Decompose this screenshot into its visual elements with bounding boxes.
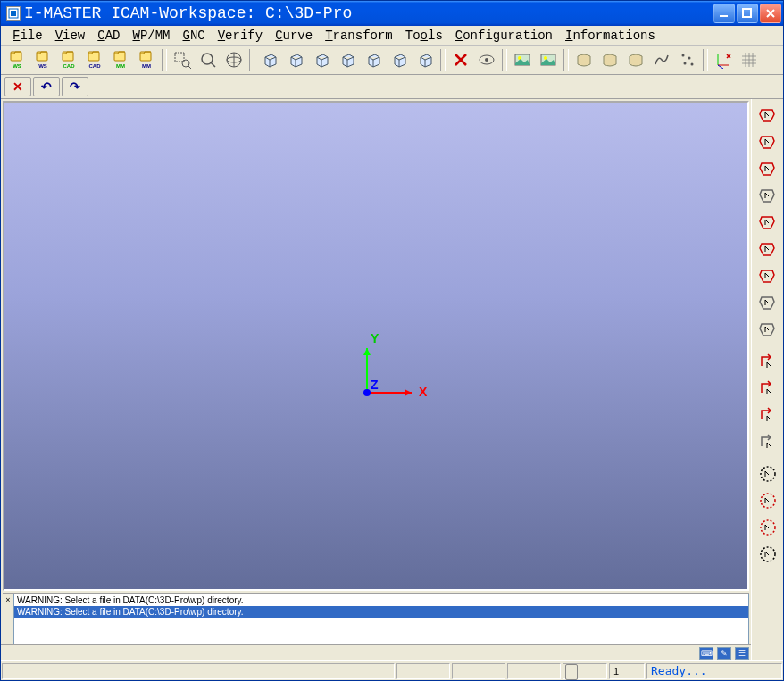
- arrow-tool-4-icon[interactable]: [755, 429, 780, 454]
- 3d-viewport[interactable]: X Y Z: [3, 101, 749, 591]
- status-message: [2, 663, 395, 679]
- menu-verify[interactable]: Verify: [212, 27, 269, 45]
- svg-point-33: [691, 63, 694, 66]
- status-slider[interactable]: [563, 663, 607, 679]
- main-area: X Y Z × WARNING: Select a file in DATA(C…: [1, 99, 783, 660]
- right-toolbar: [751, 99, 783, 660]
- open-cad-icon[interactable]: CAD: [56, 47, 81, 72]
- view-iso2-icon[interactable]: [283, 47, 308, 72]
- close-button[interactable]: [760, 4, 781, 23]
- menu-informations[interactable]: Informations: [559, 27, 662, 45]
- view-side-icon[interactable]: [387, 47, 412, 72]
- open-ws-icon[interactable]: WS: [4, 47, 29, 72]
- app-icon: [6, 6, 21, 21]
- svg-point-17: [182, 60, 189, 67]
- arrow-tool-1-icon[interactable]: [755, 349, 780, 374]
- arrow-tool-2-icon[interactable]: [755, 376, 780, 401]
- menu-gnc[interactable]: GNC: [176, 27, 211, 45]
- config-indicator-icon[interactable]: ☰: [735, 647, 749, 660]
- save-ws-icon[interactable]: WS: [30, 47, 55, 72]
- grid-icon[interactable]: [737, 47, 762, 72]
- curve-icon[interactable]: [649, 47, 674, 72]
- maximize-button[interactable]: [737, 4, 758, 23]
- select-tool-5-icon[interactable]: [755, 210, 780, 235]
- statusbar: Ready...: [1, 660, 783, 680]
- open-mm-icon[interactable]: MM: [108, 47, 133, 72]
- cancel-x-icon[interactable]: ✕: [4, 77, 31, 96]
- pen-indicator-icon[interactable]: ✎: [717, 647, 731, 660]
- svg-rect-1: [11, 11, 16, 16]
- save-cad-icon[interactable]: CAD: [82, 47, 107, 72]
- svg-line-20: [211, 62, 215, 67]
- menu-curve[interactable]: Curve: [269, 27, 319, 45]
- surface3-icon[interactable]: [623, 47, 648, 72]
- points-icon[interactable]: [675, 47, 700, 72]
- keyboard-indicator-icon[interactable]: ⌨: [699, 647, 713, 660]
- output-log[interactable]: WARNING: Select a file in DATA(C:\3D-Pro…: [13, 594, 749, 644]
- window-buttons: [713, 4, 781, 23]
- axis-toggle-icon[interactable]: [711, 47, 736, 72]
- image1-icon[interactable]: [510, 47, 535, 72]
- select-tool-2-icon[interactable]: [755, 129, 780, 154]
- view-top-icon[interactable]: [413, 47, 438, 72]
- eye-icon[interactable]: [474, 47, 499, 72]
- menu-view[interactable]: View: [49, 27, 92, 45]
- view-front-icon[interactable]: [361, 47, 386, 72]
- redo-icon[interactable]: ↷: [62, 77, 88, 96]
- svg-marker-38: [405, 389, 412, 396]
- output-line[interactable]: WARNING: Select a file in DATA(C:\3D-Pro…: [14, 606, 748, 618]
- menu-configuration[interactable]: Configuration: [449, 27, 559, 45]
- svg-text:CAD: CAD: [63, 63, 76, 69]
- svg-point-29: [544, 56, 547, 60]
- circle-dots-4-icon[interactable]: [755, 542, 780, 567]
- circle-dots-3-icon[interactable]: [755, 515, 780, 540]
- select-tool-4-icon[interactable]: [755, 183, 780, 208]
- axis-gizmo: X Y Z: [322, 321, 430, 428]
- status-value-input[interactable]: [613, 666, 640, 677]
- zoom-window-icon[interactable]: [170, 47, 195, 72]
- menu-transform[interactable]: Transform: [319, 27, 399, 45]
- status-ready: Ready...: [646, 663, 782, 679]
- surface2-icon[interactable]: [597, 47, 622, 72]
- circle-dots-2-icon[interactable]: [755, 488, 780, 513]
- select-tool-6-icon[interactable]: [755, 237, 780, 262]
- svg-text:Z: Z: [371, 378, 379, 392]
- svg-text:CAD: CAD: [89, 63, 102, 69]
- output-panel: × WARNING: Select a file in DATA(C:\3D-P…: [3, 593, 749, 644]
- select-tool-3-icon[interactable]: [755, 156, 780, 181]
- svg-line-36: [718, 65, 723, 69]
- zoom-icon[interactable]: [196, 47, 221, 72]
- svg-text:X: X: [419, 385, 428, 399]
- output-line[interactable]: WARNING: Select a file in DATA(C:\3D-Pro…: [14, 594, 748, 606]
- undo-icon[interactable]: ↶: [33, 77, 60, 96]
- svg-text:MM: MM: [116, 63, 125, 69]
- status-cell-4: [507, 663, 561, 679]
- save-mm-icon[interactable]: MM: [134, 47, 159, 72]
- menubar: FileViewCADWP/MMGNCVerifyCurveTransformT…: [1, 26, 783, 46]
- svg-line-18: [188, 66, 191, 69]
- output-close-button[interactable]: ×: [3, 594, 13, 644]
- menu-tools[interactable]: Tools: [399, 27, 449, 45]
- image2-icon[interactable]: [536, 47, 561, 72]
- surface1-icon[interactable]: [571, 47, 596, 72]
- svg-marker-41: [363, 348, 371, 355]
- view-iso4-icon[interactable]: [335, 47, 360, 72]
- edit-toolbar: ✕↶↷: [1, 75, 783, 99]
- circle-dots-1-icon[interactable]: [755, 461, 780, 486]
- menu-cad[interactable]: CAD: [91, 27, 126, 45]
- arrow-tool-3-icon[interactable]: [755, 403, 780, 428]
- svg-rect-3: [743, 9, 751, 17]
- menu-file[interactable]: File: [6, 27, 49, 45]
- svg-point-27: [518, 56, 521, 60]
- view-iso1-icon[interactable]: [257, 47, 282, 72]
- zoom-globe-icon[interactable]: [221, 47, 246, 72]
- titlebar[interactable]: I-MASTER ICAM-Workspace: C:\3D-Pro: [1, 1, 783, 26]
- select-tool-1-icon[interactable]: [755, 103, 780, 128]
- menu-wp-mm[interactable]: WP/MM: [126, 27, 176, 45]
- delete-x-icon[interactable]: [448, 47, 473, 72]
- select-tool-8-icon[interactable]: [755, 290, 780, 315]
- minimize-button[interactable]: [713, 4, 735, 23]
- select-tool-9-icon[interactable]: [755, 317, 780, 342]
- view-iso3-icon[interactable]: [309, 47, 334, 72]
- select-tool-7-icon[interactable]: [755, 263, 780, 288]
